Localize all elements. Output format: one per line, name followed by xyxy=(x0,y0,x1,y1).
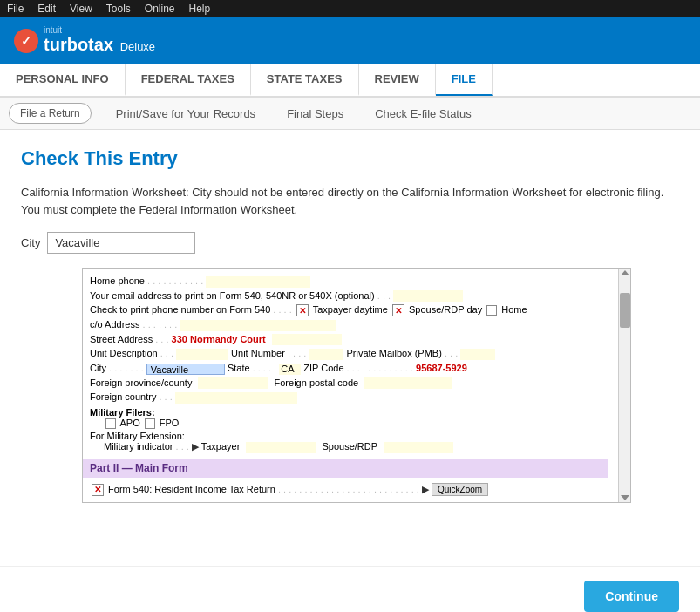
continue-button[interactable]: Continue xyxy=(584,581,679,612)
check-efile-status-link[interactable]: Check E-file Status xyxy=(368,104,479,124)
scroll-up-arrow[interactable] xyxy=(621,270,629,275)
final-steps-link[interactable]: Final Steps xyxy=(280,104,350,124)
product-name: turbotax xyxy=(44,35,113,54)
ws-home-check[interactable] xyxy=(486,305,497,316)
ws-foreign-province-field[interactable] xyxy=(198,377,268,389)
ws-home-phone-field[interactable] xyxy=(206,276,310,288)
ws-street-value: 330 Normandy Court xyxy=(172,334,266,344)
ws-home-phone-label: Home phone xyxy=(90,275,145,286)
ws-pmb-field[interactable] xyxy=(460,349,495,360)
app-header: ✓ intuit turbotax Deluxe xyxy=(0,17,700,64)
ws-spouse-ind-label: Spouse/RDP xyxy=(323,441,377,452)
product-tier: Deluxe xyxy=(120,40,155,53)
ws-foreign-country-label: Foreign country xyxy=(90,391,156,402)
city-row: City xyxy=(21,232,679,254)
ws-taxpayer-check[interactable]: ✕ xyxy=(296,304,309,316)
worksheet-container: Home phone . . . . . . . . . . . Your em… xyxy=(82,268,631,503)
ws-part2-header: Part II — Main Form xyxy=(83,459,608,478)
ws-apo-checkbox[interactable] xyxy=(105,418,116,429)
ws-foreign-province-label: Foreign province/county xyxy=(90,377,192,388)
ws-street-label: Street Address xyxy=(90,334,153,344)
ws-zip-label: ZIP Code xyxy=(303,363,343,373)
ws-state-field[interactable]: CA xyxy=(279,364,301,375)
ws-military-section: Military Filers: APO FPO For Military Ex… xyxy=(90,407,601,453)
ws-taxpayer-ind-label: Taxpayer xyxy=(201,441,241,452)
ws-military-indicator-label: Military indicator xyxy=(104,441,173,452)
ws-military-checkboxes: APO FPO xyxy=(104,418,601,429)
ws-unitnum-label: Unit Number xyxy=(231,348,285,358)
menu-help[interactable]: Help xyxy=(189,3,211,15)
tab-file[interactable]: FILE xyxy=(436,64,493,96)
file-a-return-button[interactable]: File a Return xyxy=(9,103,92,124)
ws-military-extension: For Military Extension: Military indicat… xyxy=(90,431,601,453)
ws-pmb-label: Private Mailbox (PMB) xyxy=(346,348,441,358)
ws-city-field[interactable]: Vacaville xyxy=(146,364,225,375)
city-label: City xyxy=(21,236,40,249)
page-title: Check This Entry xyxy=(21,147,679,170)
ws-apo-label: APO xyxy=(119,418,142,428)
ws-form540-label: Form 540: Resident Income Tax Return xyxy=(108,484,275,494)
ws-military-ext-label: For Military Extension: xyxy=(90,431,185,441)
tab-state-taxes[interactable]: STATE TAXES xyxy=(251,64,359,96)
ws-military-indicator-row: Military indicator . . . ▶ Taxpayer Spou… xyxy=(104,441,601,453)
ws-foreign-province-row: Foreign province/county Foreign postal c… xyxy=(90,377,601,390)
ws-street-row: Street Address . . . 330 Normandy Court xyxy=(90,334,601,346)
ws-unit-field[interactable] xyxy=(176,349,228,360)
ws-home-label: Home xyxy=(501,304,527,315)
ws-phone-checkbox-row: Check to print phone number on Form 540 … xyxy=(90,304,601,316)
scroll-thumb[interactable] xyxy=(620,293,630,328)
footer-area: Continue xyxy=(0,566,700,612)
ws-co-field[interactable] xyxy=(180,320,336,331)
logo-checkmark: ✓ xyxy=(14,29,38,53)
ws-email-row: Your email address to print on Form 540,… xyxy=(90,290,601,303)
ws-military-label: Military Filers: xyxy=(90,407,601,418)
ws-spouse-label: Spouse/RDP day xyxy=(409,304,485,315)
ws-phone-check-label: Check to print phone number on Form 540 xyxy=(90,304,270,315)
warning-message: California Information Worksheet: City s… xyxy=(21,184,679,218)
ws-co-address-row: c/o Address . . . . . . . xyxy=(90,319,601,331)
ws-unit-label: Unit Description xyxy=(90,348,158,358)
ws-fpo-checkbox[interactable] xyxy=(145,418,155,429)
ws-foreign-country-row: Foreign country . . . xyxy=(90,391,601,404)
menu-bar: File Edit View Tools Online Help xyxy=(0,0,700,17)
ws-email-label: Your email address to print on Form 540,… xyxy=(90,290,375,301)
worksheet-inner: Home phone . . . . . . . . . . . Your em… xyxy=(83,269,618,503)
sub-nav: File a Return Print/Save for Your Record… xyxy=(0,98,700,130)
tab-federal-taxes[interactable]: FEDERAL TAXES xyxy=(126,64,251,96)
quickzoom-button[interactable]: QuickZoom xyxy=(432,483,488,496)
scroll-bar[interactable] xyxy=(618,269,630,502)
ws-fpo-label: FPO xyxy=(160,418,180,428)
menu-tools[interactable]: Tools xyxy=(106,3,131,15)
nav-tabs: PERSONAL INFO FEDERAL TAXES STATE TAXES … xyxy=(0,64,700,98)
ws-form540-check[interactable]: ✕ xyxy=(92,484,104,496)
tab-review[interactable]: REVIEW xyxy=(359,64,436,96)
main-content: Check This Entry California Information … xyxy=(0,130,700,566)
ws-spouse-check[interactable]: ✕ xyxy=(392,304,404,316)
ws-email-field[interactable] xyxy=(393,290,463,302)
city-input[interactable] xyxy=(47,232,195,254)
ws-unitnum-field[interactable] xyxy=(309,349,343,360)
tab-personal-info[interactable]: PERSONAL INFO xyxy=(0,64,126,96)
ws-foreign-postal-field[interactable] xyxy=(364,377,452,389)
ws-spouse-ind-field[interactable] xyxy=(384,442,453,453)
menu-edit[interactable]: Edit xyxy=(37,3,56,15)
ws-foreign-postal-label: Foreign postal code xyxy=(275,377,359,388)
ws-city-row: City . . . . . . . Vacaville State . . .… xyxy=(90,363,601,375)
menu-view[interactable]: View xyxy=(70,3,92,15)
print-save-link[interactable]: Print/Save for Your Records xyxy=(109,104,262,124)
ws-zip-value: 95687-5929 xyxy=(416,363,467,373)
ws-taxpayer-ind-field[interactable] xyxy=(246,442,316,453)
menu-file[interactable]: File xyxy=(7,3,24,15)
scroll-down-arrow[interactable] xyxy=(621,495,629,500)
ws-state-label: State xyxy=(228,363,250,373)
ws-taxpayer-label: Taxpayer daytime xyxy=(313,304,391,315)
menu-online[interactable]: Online xyxy=(145,3,175,15)
brand-name: intuit xyxy=(44,26,155,35)
ws-street-field[interactable] xyxy=(272,334,342,345)
ws-form540-row: ✕ Form 540: Resident Income Tax Return .… xyxy=(90,483,601,496)
logo: ✓ intuit turbotax Deluxe xyxy=(14,26,155,55)
ws-unit-row: Unit Description . . . Unit Number . . .… xyxy=(90,348,601,360)
ws-foreign-country-field[interactable] xyxy=(175,392,297,404)
ws-city-label: City xyxy=(90,363,106,373)
ws-co-label: c/o Address xyxy=(90,319,139,330)
